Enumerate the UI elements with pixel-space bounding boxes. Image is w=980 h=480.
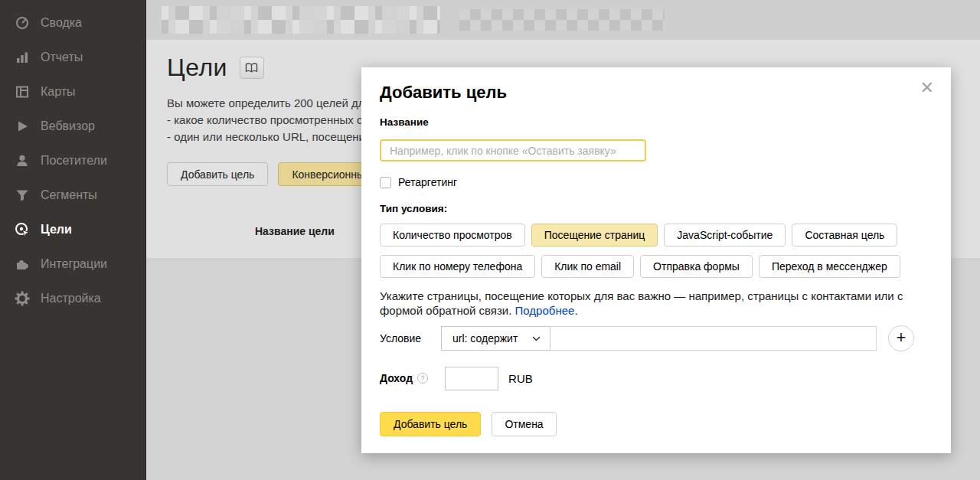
segments-icon — [14, 187, 31, 204]
type-button-form-submit[interactable]: Отправка формы — [640, 255, 753, 278]
condition-url-input[interactable] — [550, 326, 877, 351]
chevron-down-icon — [532, 336, 541, 341]
condition-row: Условие url: содержит + — [380, 326, 914, 351]
description-period: . — [574, 304, 577, 317]
cancel-button[interactable]: Отмена — [492, 412, 556, 436]
goals-intro-text: Вы можете определить 200 целей для - как… — [167, 95, 371, 145]
add-goal-modal: Добавить цель ✕ Название Ретаргетинг Тип… — [361, 67, 951, 453]
intro-line-3: - один или несколько URL, посещени — [167, 129, 371, 145]
modal-footer: Добавить цель Отмена — [380, 412, 557, 436]
page-add-goal-button[interactable]: Добавить цель — [167, 162, 268, 186]
type-button-js-event[interactable]: JavaScript-событие — [664, 224, 786, 247]
reports-icon — [14, 49, 31, 66]
sidebar-item-maps[interactable]: Карты — [0, 74, 145, 109]
condition-type-label: Тип условия: — [380, 203, 447, 214]
intro-line-2: - какое количество просмотренных с — [167, 112, 371, 129]
book-icon — [245, 63, 258, 73]
dashboard-icon — [14, 15, 31, 31]
sidebar-item-reports[interactable]: Отчеты — [0, 40, 145, 74]
sidebar-item-label: Сегменты — [41, 188, 97, 202]
screen: Сводка Отчеты Карты Вебвизор — [0, 0, 980, 480]
help-icon[interactable]: ? — [417, 373, 428, 384]
type-button-phone-click[interactable]: Клик по номеру телефона — [380, 255, 535, 278]
more-link[interactable]: Подробнее — [515, 304, 575, 317]
goals-table-header: Название цели — [255, 225, 335, 237]
type-button-messenger[interactable]: Переход в мессенджер — [759, 255, 900, 278]
sidebar-item-label: Настройка — [41, 292, 101, 305]
submit-add-goal-button[interactable]: Добавить цель — [380, 412, 481, 436]
sidebar-item-segments[interactable]: Сегменты — [0, 178, 145, 212]
retargeting-checkbox[interactable] — [380, 177, 391, 188]
close-icon[interactable]: ✕ — [920, 80, 934, 96]
revenue-row: Доход ? RUB — [380, 366, 533, 390]
retargeting-label: Ретаргетинг — [398, 176, 457, 188]
revenue-label: Доход — [380, 372, 413, 384]
settings-icon — [14, 290, 31, 307]
condition-type-row-1: Количество просмотров Посещение страниц … — [380, 224, 903, 247]
sidebar: Сводка Отчеты Карты Вебвизор — [0, 0, 146, 480]
revenue-input[interactable] — [445, 367, 498, 390]
top-bar — [146, 0, 980, 40]
sidebar-item-summary[interactable]: Сводка — [0, 5, 145, 40]
sidebar-item-settings[interactable]: Настройка — [0, 281, 145, 315]
condition-operator-select[interactable]: url: содержит — [441, 326, 550, 351]
visitors-icon — [14, 152, 31, 169]
sidebar-item-label: Интеграции — [41, 257, 107, 271]
sidebar-item-label: Сводка — [41, 16, 82, 30]
description-text: Укажите страницы, посещение которых для … — [380, 289, 903, 317]
sidebar-item-label: Цели — [41, 223, 72, 237]
sidebar-item-label: Вебвизор — [41, 119, 95, 133]
integrations-icon — [14, 256, 31, 273]
type-button-email-click[interactable]: Клик по email — [541, 255, 634, 278]
goals-icon — [14, 221, 31, 238]
type-button-pageviews[interactable]: Количество просмотров — [380, 224, 525, 247]
sidebar-item-visitors[interactable]: Посетители — [0, 143, 145, 178]
sidebar-item-goals[interactable]: Цели — [0, 212, 145, 247]
sidebar-item-label: Отчеты — [41, 51, 83, 64]
intro-line-1: Вы можете определить 200 целей для — [167, 95, 371, 112]
censored-counter-name — [162, 6, 440, 34]
revenue-currency: RUB — [508, 372, 533, 385]
sidebar-item-label: Карты — [41, 85, 76, 99]
page-visit-description: Укажите страницы, посещение которых для … — [380, 289, 933, 318]
censored-counter-url — [459, 9, 665, 31]
add-condition-button[interactable]: + — [888, 325, 914, 351]
sidebar-item-label: Посетители — [41, 154, 107, 168]
help-book-button[interactable] — [240, 57, 264, 79]
sidebar-item-integrations[interactable]: Интеграции — [0, 247, 145, 281]
page-title: Цели — [167, 54, 227, 82]
webvisor-icon — [14, 118, 31, 135]
type-button-composite[interactable]: Составная цель — [792, 224, 897, 247]
modal-title: Добавить цель — [380, 83, 507, 103]
condition-operator-value: url: содержит — [452, 332, 518, 344]
condition-label: Условие — [380, 332, 441, 344]
sidebar-item-webvisor[interactable]: Вебвизор — [0, 109, 145, 143]
name-label: Название — [380, 116, 429, 128]
maps-icon — [14, 83, 31, 100]
retargeting-checkbox-row[interactable]: Ретаргетинг — [380, 176, 457, 188]
condition-type-row-2: Клик по номеру телефона Клик по email От… — [380, 255, 906, 278]
type-button-page-visit[interactable]: Посещение страниц — [531, 224, 658, 247]
goal-name-input[interactable] — [380, 139, 646, 162]
